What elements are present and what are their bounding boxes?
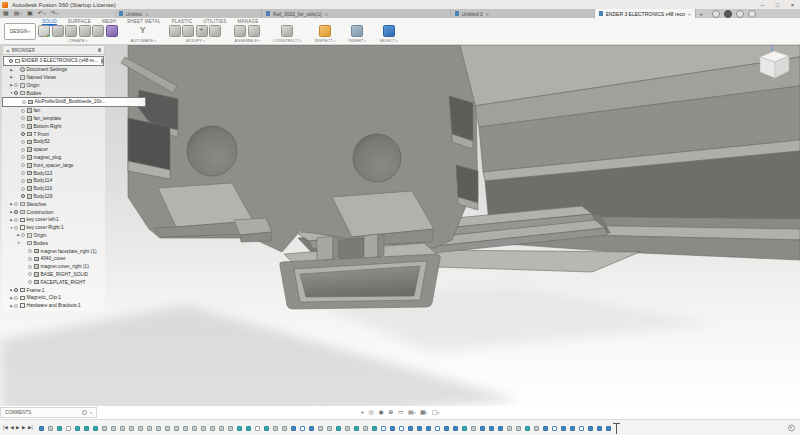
tool-icon[interactable] (351, 25, 363, 37)
visibility-eye-icon[interactable] (21, 109, 25, 113)
close-tab-icon[interactable] (688, 11, 691, 17)
nav-tool-icon[interactable] (379, 406, 384, 419)
tool-icon[interactable] (38, 25, 50, 37)
tool-icon[interactable] (106, 25, 118, 37)
ribbon-tab[interactable]: SHEET METAL (127, 19, 161, 24)
document-tab[interactable]: ENDER 3 ELECTRONICS v48 recovered* (595, 9, 696, 18)
expander-icon[interactable]: ▶ (9, 68, 14, 72)
account-icon[interactable] (712, 10, 720, 18)
viewport[interactable]: BROWSER ENDER 3 ELECTRONICS (v48 re... ▶… (0, 45, 800, 406)
visibility-eye-icon[interactable] (21, 124, 25, 128)
browser-item[interactable]: ▶ Construction (2, 208, 105, 216)
nav-tool-icon[interactable] (361, 406, 365, 419)
browser-item[interactable]: magnet faceplate_right (1) (2, 247, 105, 255)
close-tab-icon[interactable] (325, 11, 328, 17)
timeline-feature-marker[interactable] (516, 426, 521, 431)
playback-button[interactable]: ▶| (28, 421, 33, 435)
timeline-feature-marker[interactable] (174, 426, 179, 431)
browser-item[interactable]: ▶ Named Views (2, 74, 105, 82)
browser-item[interactable]: ▶ Sketches (2, 200, 105, 208)
timeline-feature-marker[interactable] (255, 426, 260, 431)
visibility-eye-icon[interactable] (21, 116, 25, 120)
timeline-feature-marker[interactable] (435, 426, 440, 431)
timeline-feature-marker[interactable] (48, 426, 53, 431)
timeline-feature-marker[interactable] (534, 426, 539, 431)
tool-icon[interactable] (209, 25, 221, 37)
ribbon-tab[interactable]: SURFACE (68, 19, 91, 24)
window-control-button[interactable]: ─ (755, 1, 770, 9)
timeline-feature-marker[interactable] (210, 426, 215, 431)
timeline-feature-marker[interactable] (282, 426, 287, 431)
expand-comments-icon[interactable] (87, 410, 92, 415)
visibility-eye-icon[interactable] (21, 163, 25, 167)
tool-icon[interactable] (234, 25, 246, 37)
timeline-feature-marker[interactable] (354, 426, 359, 431)
browser-item[interactable]: ▼ Bodies (2, 239, 105, 247)
timeline-feature-marker[interactable] (399, 426, 404, 431)
qat-icon[interactable] (38, 9, 46, 19)
playback-button[interactable]: |◀ (3, 421, 8, 435)
qat-icon[interactable] (51, 9, 59, 19)
close-tab-icon[interactable] (145, 11, 148, 17)
timeline-feature-marker[interactable] (129, 426, 134, 431)
timeline-feature-marker[interactable] (264, 426, 269, 431)
visibility-eye-icon[interactable] (21, 132, 25, 136)
visibility-eye-icon[interactable] (21, 179, 25, 183)
timeline-feature-marker[interactable] (192, 426, 197, 431)
timeline-feature-marker[interactable] (327, 426, 332, 431)
ribbon-tab[interactable]: MESH (102, 19, 116, 24)
visibility-eye-icon[interactable] (21, 194, 25, 198)
ribbon-tab[interactable]: SOLID (42, 19, 57, 24)
account-icon[interactable] (724, 10, 732, 18)
browser-options-icon[interactable] (98, 48, 102, 52)
timeline-feature-marker[interactable] (444, 426, 449, 431)
tool-icon[interactable] (79, 25, 91, 37)
visibility-eye-icon[interactable] (21, 148, 25, 152)
tool-icon[interactable] (248, 25, 260, 37)
document-tab[interactable]: Rail_3002_for_rails(1) (262, 9, 451, 18)
visibility-eye-icon[interactable] (14, 288, 18, 292)
browser-item[interactable]: Body129 (2, 193, 105, 201)
visibility-eye-icon[interactable] (14, 304, 18, 308)
timeline-feature-marker[interactable] (300, 426, 305, 431)
playback-button[interactable]: ▶ (22, 421, 25, 435)
group-label[interactable]: AUTOMATE (131, 38, 156, 43)
timeline-feature-marker[interactable] (498, 426, 503, 431)
comments-panel[interactable]: COMMENTS (0, 407, 97, 418)
visibility-eye-icon[interactable] (14, 202, 18, 206)
timeline-feature-marker[interactable] (273, 426, 278, 431)
timeline-feature-marker[interactable] (552, 426, 557, 431)
browser-item[interactable]: FACEPLATE_RIGHT (2, 278, 105, 286)
timeline-feature-marker[interactable] (336, 426, 341, 431)
close-tab-icon[interactable] (486, 11, 489, 17)
visibility-eye-icon[interactable] (21, 171, 25, 175)
document-tab[interactable]: Untitled 3 (451, 9, 595, 18)
tool-icon[interactable] (169, 25, 181, 37)
browser-item[interactable]: Body116 (2, 185, 105, 193)
nav-tool-icon[interactable] (398, 406, 404, 419)
timeline-feature-marker[interactable] (525, 426, 530, 431)
timeline-feature-marker[interactable] (201, 426, 206, 431)
timeline-feature-marker[interactable] (426, 426, 431, 431)
group-label[interactable]: SELECT (379, 38, 398, 43)
timeline-feature-marker[interactable] (480, 426, 485, 431)
browser-item[interactable]: magnet cover_right (1) (2, 263, 105, 271)
tool-icon[interactable] (137, 25, 150, 37)
nav-tool-icon[interactable] (388, 406, 393, 419)
timeline-feature-marker[interactable] (120, 426, 125, 431)
timeline-feature-marker[interactable] (102, 426, 107, 431)
timeline-feature-marker[interactable] (588, 426, 593, 431)
browser-item[interactable]: ▶ Document Settings (2, 66, 105, 74)
browser-item[interactable]: T Front (2, 130, 105, 138)
browser-item[interactable]: ENDER 3 ELECTRONICS (v48 re... (3, 56, 104, 66)
timeline-feature-marker[interactable] (606, 426, 611, 431)
timeline-feature-marker[interactable] (66, 426, 71, 431)
account-icon[interactable] (736, 10, 744, 18)
expander-icon[interactable]: ▶ (9, 75, 14, 79)
visibility-eye-icon[interactable] (28, 272, 32, 276)
browser-item[interactable]: front_spacer_large (2, 161, 105, 169)
timeline-feature-marker[interactable] (228, 426, 233, 431)
timeline-feature-marker[interactable] (507, 426, 512, 431)
timeline-feature-marker[interactable] (147, 426, 152, 431)
tool-icon[interactable] (92, 25, 104, 37)
